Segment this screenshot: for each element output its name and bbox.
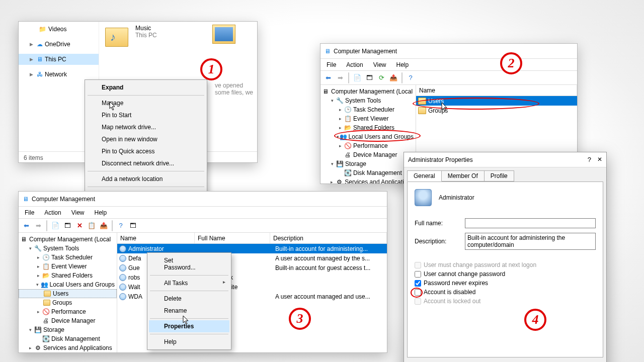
nav-forward-button[interactable]: ➡ — [335, 72, 346, 83]
refresh-button[interactable]: ⟳ — [376, 72, 387, 83]
tree-performance[interactable]: ▸🚫Performance — [320, 141, 416, 150]
tree-diskmgmt[interactable]: 💽Disk Management — [320, 168, 416, 177]
tree-lug[interactable]: ▾👥Local Users and Groups — [320, 132, 416, 141]
tree-root[interactable]: 🖥Computer Management (Local — [19, 235, 117, 244]
ctx-disconnect[interactable]: Disconnect network drive... — [87, 157, 205, 169]
step-badge-3: 3 — [289, 308, 311, 330]
menu-view[interactable]: View — [369, 60, 390, 69]
properties-button[interactable]: 🗔 — [364, 72, 375, 83]
col-name[interactable]: Name — [416, 85, 577, 96]
tab-profile[interactable]: Profile — [484, 170, 514, 182]
ctx-manage[interactable]: Manage — [87, 97, 205, 109]
tab-memberof[interactable]: Member Of — [441, 170, 485, 182]
list-header: Name — [416, 85, 577, 96]
chk-lockedout — [415, 298, 421, 305]
help-button[interactable]: ? — [405, 72, 416, 83]
nav-back-button[interactable]: ⬅ — [21, 220, 32, 231]
user-icon — [119, 274, 126, 281]
ctx-pin-start[interactable]: Pin to Start — [87, 109, 205, 121]
tree-devmgr[interactable]: 🖨Device Manager — [19, 316, 117, 325]
ctx-expand[interactable]: Expand — [87, 81, 205, 94]
tree-shared[interactable]: ▸📂Shared Folders — [320, 123, 416, 132]
export-button[interactable]: 📤 — [98, 220, 109, 231]
col-desc[interactable]: Description — [270, 233, 387, 243]
computer-icon: 🖥 — [37, 56, 43, 63]
ctx-alltasks[interactable]: All Tasks — [149, 277, 229, 289]
window-button[interactable]: 🗔 — [62, 220, 73, 231]
videos-folder-icon[interactable] — [212, 25, 235, 44]
menu-help[interactable]: Help — [91, 208, 111, 217]
tree-devmgr[interactable]: 🖨Device Manager — [320, 150, 416, 159]
step-badge-1: 1 — [200, 58, 222, 80]
folder-icon — [418, 107, 426, 114]
new-button[interactable]: 📄 — [50, 220, 61, 231]
cell-desc: A user account managed by the s... — [275, 255, 370, 262]
menu-help[interactable]: Help — [392, 60, 413, 69]
col-name[interactable]: Name — [117, 233, 195, 243]
tree-systools[interactable]: ▾🔧System Tools — [320, 96, 416, 105]
ctx-delete[interactable]: Delete — [149, 293, 229, 305]
tree-users[interactable]: Users — [19, 289, 117, 298]
chk-neverexpires[interactable] — [415, 280, 421, 287]
tree-services[interactable]: ▸⚙Services and Applications — [19, 343, 117, 352]
ctx-map-drive[interactable]: Map network drive... — [87, 121, 205, 133]
nav-item-videos[interactable]: 📁 Videos — [19, 24, 99, 35]
chevron-right-icon: ▶ — [30, 42, 35, 47]
item-label: Users — [428, 98, 444, 105]
tree-performance[interactable]: ▸🚫Performance — [19, 307, 117, 316]
nav-item-network[interactable]: ▶ 🖧 Network — [19, 69, 99, 80]
tree-systools[interactable]: ▾🔧System Tools — [19, 244, 117, 253]
tree-eventviewer[interactable]: ▸📋Event Viewer — [320, 114, 416, 123]
item-subtitle: This PC — [135, 32, 157, 39]
ctx-properties[interactable]: Properties — [149, 320, 229, 332]
tab-general[interactable]: General — [407, 170, 442, 182]
ctx-pin-quick[interactable]: Pin to Quick access — [87, 145, 205, 157]
up-button[interactable]: 📄 — [352, 72, 363, 83]
tree-shared[interactable]: ▸📂Shared Folders — [19, 271, 117, 280]
music-folder-icon[interactable]: ♪ — [105, 25, 130, 50]
titlebar: 🖥 Computer Management — [320, 44, 577, 59]
close-button[interactable]: ✕ — [597, 156, 602, 163]
view-button[interactable]: 🗔 — [127, 220, 138, 231]
ctx-help[interactable]: Help — [149, 336, 229, 348]
tree-root[interactable]: 🖥Computer Management (Local — [320, 87, 416, 96]
menu-file[interactable]: File — [21, 208, 38, 217]
tree-eventviewer[interactable]: ▸📋Event Viewer — [19, 262, 117, 271]
tree-storage[interactable]: ▾💾Storage — [19, 325, 117, 334]
nav-item-thispc[interactable]: ▶ 🖥 This PC — [19, 54, 99, 65]
ctx-open-new[interactable]: Open in new window — [87, 133, 205, 145]
tree-groups[interactable]: Groups — [19, 298, 117, 307]
help-button[interactable]: ? — [588, 156, 591, 163]
menu-action[interactable]: Action — [40, 208, 65, 217]
tree-tasksched[interactable]: ▸🕒Task Scheduler — [320, 105, 416, 114]
nav-label: This PC — [45, 56, 66, 63]
fullname-input[interactable] — [465, 218, 596, 228]
prop-button[interactable]: 📋 — [86, 220, 97, 231]
col-fullname[interactable]: Full Name — [195, 233, 270, 243]
export-button[interactable]: 📤 — [388, 72, 399, 83]
nav-item-onedrive[interactable]: ▶ ☁ OneDrive — [19, 39, 99, 50]
chevron-right-icon: ▶ — [30, 72, 35, 77]
tree-tasksched[interactable]: ▸🕒Task Scheduler — [19, 253, 117, 262]
description-input[interactable] — [465, 233, 596, 250]
ctx-add-location[interactable]: Add a network location — [87, 173, 205, 185]
delete-button[interactable]: ✕ — [74, 220, 85, 231]
tree-lug[interactable]: ▾👥Local Users and Groups — [19, 280, 117, 289]
ctx-rename[interactable]: Rename — [149, 305, 229, 317]
menu-action[interactable]: Action — [342, 60, 367, 69]
chk-cannotchange[interactable] — [415, 271, 421, 278]
help-button[interactable]: ? — [115, 220, 126, 231]
menu-file[interactable]: File — [323, 60, 340, 69]
user-icon — [119, 284, 126, 291]
chevron-right-icon: ▶ — [30, 57, 35, 62]
tree-diskmgmt[interactable]: 💽Disk Management — [19, 334, 117, 343]
tree-storage[interactable]: ▾💾Storage — [320, 159, 416, 168]
menu-view[interactable]: View — [67, 208, 89, 217]
list-item-users[interactable]: Users — [416, 96, 577, 106]
tree-services[interactable]: ▸⚙Services and Applications — [320, 177, 416, 184]
nav-back-button[interactable]: ⬅ — [323, 72, 334, 83]
list-item-groups[interactable]: Groups — [416, 106, 577, 115]
ctx-setpassword[interactable]: Set Password... — [149, 254, 229, 274]
chk-disabled[interactable] — [415, 289, 421, 296]
nav-forward-button[interactable]: ➡ — [33, 220, 44, 231]
